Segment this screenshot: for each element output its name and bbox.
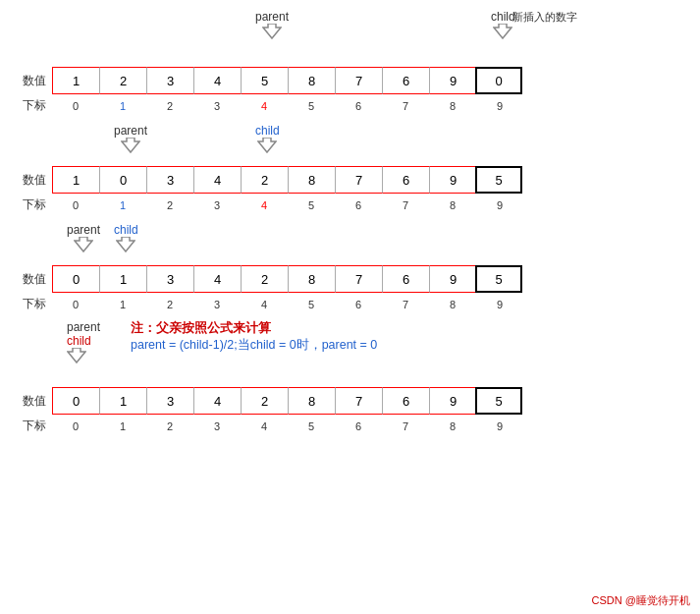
values-label: 数值 [15,73,46,89]
svg-marker-6 [68,348,85,363]
cell-0: 1 [52,166,99,194]
cell-3: 4 [193,166,241,194]
index-cell-8: 8 [429,199,476,211]
parent-label: parent [114,124,147,138]
index-cell-6: 6 [335,299,382,310]
note-title: 注：父亲按照公式来计算 [131,320,377,337]
cell-7: 6 [382,387,429,415]
inserted-note: 新插入的数字 [512,10,577,25]
values-row: 数值0134287695 [15,387,685,415]
cell-4: 2 [241,166,288,194]
index-row: 下标0123456789 [15,97,685,114]
watermark: CSDN @睡觉待开机 [592,593,690,608]
index-cell-0: 0 [52,100,99,112]
cell-5: 8 [288,265,335,293]
index-row: 下标0123456789 [15,196,685,213]
cell-2: 3 [146,67,193,94]
cell-7: 6 [382,265,429,293]
index-cell-5: 5 [288,299,335,310]
cell-1: 1 [99,387,146,415]
values-row: 数值1034287695 [15,166,685,194]
parent-label: parent [255,10,289,24]
cell-2: 3 [146,387,193,415]
index-label: 下标 [15,296,46,312]
note-formula: parent = (child-1)/2;当child = 0时，parent … [131,337,377,354]
cell-9: 0 [475,67,522,94]
index-cell-8: 8 [429,299,476,310]
parent-arrow-s1: parent [255,10,289,39]
cell-6: 7 [335,166,382,194]
index-cell-1: 1 [99,100,146,112]
index-cell-9: 9 [476,420,523,432]
parent-arrow-s4: parent child [67,320,100,363]
index-cell-2: 2 [146,199,193,211]
cell-6: 7 [335,387,382,415]
child-label: child [491,10,515,24]
index-cell-2: 2 [146,100,193,112]
index-cell-7: 7 [382,100,429,112]
svg-marker-4 [75,237,92,251]
cell-8: 9 [429,265,476,293]
cell-3: 4 [193,265,241,293]
parent-arrow-s3: parent [67,223,100,252]
index-cell-7: 7 [382,299,429,310]
child-arrow-s2: child [255,124,280,153]
cell-7: 6 [382,166,429,194]
cell-8: 9 [429,166,476,194]
values-row: 数值0134287695 [15,265,685,293]
cell-0: 0 [52,265,99,293]
index-label: 下标 [15,418,46,434]
note-box: 注：父亲按照公式来计算 parent = (child-1)/2;当child … [131,320,377,354]
parent-label: parent [67,320,100,334]
cell-6: 7 [335,265,382,293]
values-label: 数值 [15,172,46,189]
index-cell-7: 7 [382,199,429,211]
parent-label: parent [67,223,100,237]
svg-marker-3 [258,138,276,152]
index-cell-3: 3 [193,299,241,310]
cell-3: 4 [193,387,241,415]
cell-5: 8 [288,166,335,194]
index-cell-4: 4 [241,199,288,211]
cell-1: 0 [99,166,146,194]
index-cell-3: 3 [193,100,241,112]
cell-9: 5 [475,265,522,293]
index-cell-7: 7 [382,420,429,432]
svg-marker-1 [494,24,512,38]
cell-7: 6 [382,67,429,94]
index-cell-6: 6 [335,420,382,432]
cell-1: 2 [99,67,146,94]
cell-4: 5 [241,67,288,94]
values-label: 数值 [15,271,46,288]
child-label: child [114,223,138,237]
cell-8: 9 [429,67,476,94]
child-label: child [255,124,280,138]
index-label: 下标 [15,196,46,213]
index-cell-4: 4 [241,420,288,432]
index-cell-8: 8 [429,100,476,112]
cell-2: 3 [146,166,193,194]
index-cell-1: 1 [99,420,146,432]
cell-0: 0 [52,387,99,415]
index-cell-6: 6 [335,100,382,112]
index-cell-0: 0 [52,199,99,211]
cell-4: 2 [241,387,288,415]
cell-6: 7 [335,67,382,94]
cell-8: 9 [429,387,476,415]
svg-marker-5 [117,237,135,251]
index-cell-9: 9 [476,299,523,310]
cell-5: 8 [288,387,335,415]
index-row: 下标0123456789 [15,418,685,434]
child-arrow-s3: child [114,223,138,252]
index-cell-2: 2 [146,299,193,310]
index-cell-1: 1 [99,199,146,211]
cell-9: 5 [475,387,522,415]
index-cell-8: 8 [429,420,476,432]
diagram-section-1: parent child 新插入的数字数值1234587690下标0123456… [15,10,685,114]
values-label: 数值 [15,393,46,410]
child-label-s4: child [67,334,91,348]
index-cell-5: 5 [288,199,335,211]
svg-marker-0 [263,24,281,38]
diagram-section-4: parent child 注：父亲按照公式来计算 parent = (child… [15,320,685,434]
index-cell-4: 4 [241,100,288,112]
